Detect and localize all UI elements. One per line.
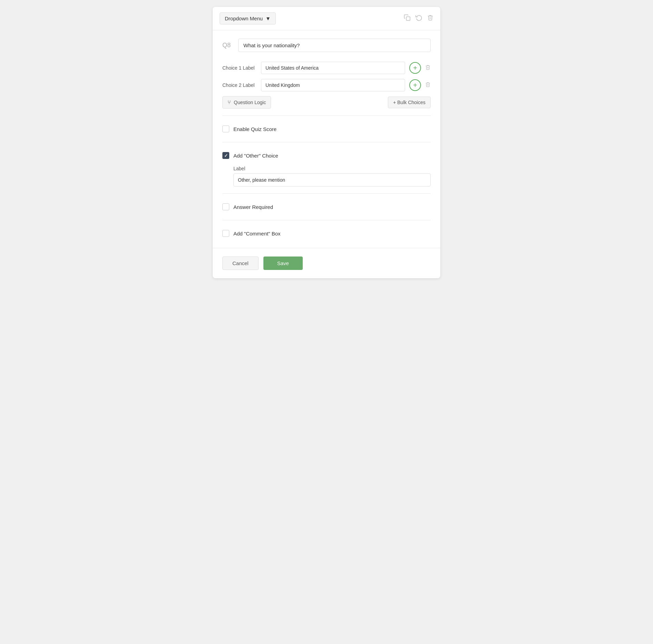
enable-quiz-score-label: Enable Quiz Score bbox=[233, 126, 277, 132]
other-label-field-label: Label bbox=[233, 166, 431, 171]
type-dropdown-label: Dropdown Menu bbox=[225, 16, 263, 21]
choice-row-2: Choice 2 Label + bbox=[222, 79, 431, 91]
choice-1-label: Choice 1 Label bbox=[222, 65, 257, 71]
divider-3 bbox=[222, 193, 431, 194]
type-dropdown[interactable]: Dropdown Menu ▼ bbox=[220, 12, 276, 24]
dropdown-arrow-icon: ▼ bbox=[265, 16, 271, 21]
other-label-input[interactable] bbox=[233, 173, 431, 187]
divider-2 bbox=[222, 142, 431, 142]
choices-section: Choice 1 Label + Choice 2 Label bbox=[222, 62, 431, 109]
logic-icon: ⑂ bbox=[228, 99, 231, 105]
choice-2-label: Choice 2 Label bbox=[222, 82, 257, 88]
choices-actions-row: ⑂ Question Logic + Bulk Choices bbox=[222, 96, 431, 109]
question-logic-button[interactable]: ⑂ Question Logic bbox=[222, 96, 271, 109]
choice-2-add-button[interactable]: + bbox=[409, 79, 421, 91]
save-button[interactable]: Save bbox=[263, 256, 303, 270]
question-input[interactable] bbox=[238, 39, 431, 52]
question-number: Q8 bbox=[222, 42, 233, 49]
copy-icon[interactable] bbox=[404, 14, 411, 23]
divider-1 bbox=[222, 115, 431, 116]
enable-quiz-score-checkbox[interactable] bbox=[222, 125, 229, 132]
question-logic-label: Question Logic bbox=[234, 100, 266, 105]
form-card: Dropdown Menu ▼ bbox=[213, 7, 440, 278]
choice-2-input[interactable] bbox=[261, 79, 405, 91]
choice-2-delete-icon[interactable] bbox=[425, 81, 431, 89]
add-comment-box-label: Add "Comment" Box bbox=[233, 231, 281, 237]
divider-4 bbox=[222, 220, 431, 220]
answer-required-label: Answer Required bbox=[233, 204, 273, 210]
enable-quiz-score-row: Enable Quiz Score bbox=[222, 123, 431, 135]
choice-1-delete-icon[interactable] bbox=[425, 64, 431, 72]
add-other-choice-checkbox[interactable] bbox=[222, 152, 229, 159]
answer-required-checkbox[interactable] bbox=[222, 203, 229, 210]
answer-required-row: Answer Required bbox=[222, 201, 431, 213]
add-comment-box-checkbox[interactable] bbox=[222, 230, 229, 237]
cancel-button[interactable]: Cancel bbox=[222, 256, 259, 270]
bulk-choices-label: + Bulk Choices bbox=[393, 100, 425, 105]
undo-icon[interactable] bbox=[415, 14, 422, 23]
delete-icon[interactable] bbox=[427, 14, 433, 23]
add-other-choice-label: Add "Other" Choice bbox=[233, 153, 278, 159]
choice-1-input[interactable] bbox=[261, 62, 405, 74]
header-actions bbox=[404, 14, 433, 23]
choice-1-add-button[interactable]: + bbox=[409, 62, 421, 74]
add-other-choice-row: Add "Other" Choice bbox=[222, 149, 431, 162]
card-body: Q8 Choice 1 Label + bbox=[213, 30, 440, 248]
choice-row-1: Choice 1 Label + bbox=[222, 62, 431, 74]
add-comment-box-row: Add "Comment" Box bbox=[222, 227, 431, 240]
question-row: Q8 bbox=[222, 39, 431, 52]
other-choice-section: Label bbox=[233, 166, 431, 187]
bulk-choices-button[interactable]: + Bulk Choices bbox=[388, 97, 431, 108]
svg-rect-0 bbox=[406, 17, 410, 21]
card-header: Dropdown Menu ▼ bbox=[213, 7, 440, 30]
card-footer: Cancel Save bbox=[213, 248, 440, 278]
